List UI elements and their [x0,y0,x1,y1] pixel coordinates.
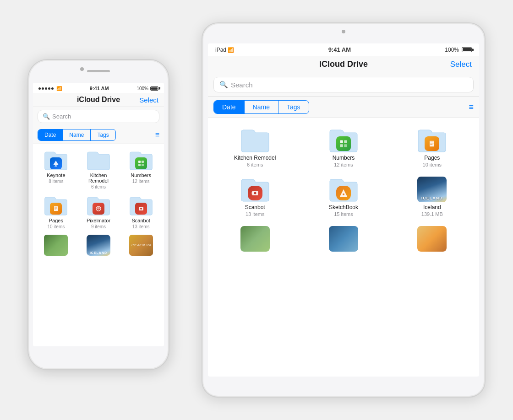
iphone-device: 📶 9:41 AM 100% iCloud Drive Select 🔍 Sea… [27,59,169,370]
list-item[interactable]: SketchBook 15 items [304,177,383,217]
signal-icon [51,87,54,90]
iphone-segment-date[interactable]: Date [38,129,62,140]
iphone-item-sub: 9 items [91,224,106,229]
iphone-camera-icon [80,67,84,71]
iphone-item-sub: 6 items [91,184,106,189]
ipad-nav-bar: iCloud Drive Select [208,56,479,73]
keynote-app-icon [50,157,62,169]
ipad-status-bar: iPad 📶 9:41 AM 100% [208,43,479,56]
iphone-item-name: Pixelmator [87,218,110,223]
ipad-search-bar: 🔍 Search [208,73,479,97]
photo-thumbnail-1 [240,226,270,252]
ipad-item-sub: 139.1 MB [421,211,443,217]
signal-icon [42,87,44,90]
signal-icon [38,87,41,90]
ipad-segment-group: Date Name Tags [213,100,309,114]
ipad-item-name: Pages [424,155,440,161]
ipad-status-carrier: iPad 📶 [215,47,234,53]
art-thumb-text: The Art of Tea [131,243,151,247]
ipad-segment-name[interactable]: Name [244,101,278,113]
iphone-speaker [87,70,110,72]
pages-app-icon [425,136,439,151]
ipad-item-sub: 15 items [334,211,353,217]
iceland-thumbnail: ICELAND [417,177,447,202]
ipad-status-time: 9:41 AM [328,46,351,53]
ipad-item-sub: 10 items [423,162,442,167]
svg-rect-15 [142,164,144,166]
iphone-page-title: iCloud Drive [77,96,120,104]
iphone-segment-tags[interactable]: Tags [90,129,115,140]
iphone-nav-bar: iCloud Drive Select [33,93,164,107]
wifi-icon: 📶 [228,47,234,53]
ipad-camera-icon [342,30,345,33]
ipad-item-name: SketchBook [329,204,358,210]
ipad-item-sub: 6 items [247,162,263,167]
iphone-item-sub: 12 items [132,179,150,184]
sketchbook-icon [338,188,349,198]
pixelmator-app-icon [93,203,104,215]
wifi-icon: 📶 [56,86,62,91]
list-item[interactable] [215,226,295,252]
svg-rect-2 [340,144,343,147]
ipad-segment-date[interactable]: Date [214,101,244,113]
list-item[interactable]: Pages 10 items [38,195,75,229]
iphone-file-grid: Keynote 8 items Kitchen Remodel 6 items [33,144,164,261]
photo-thumbnail-2 [329,226,358,252]
svg-rect-11 [55,166,57,167]
svg-point-5 [254,192,256,194]
iphone-status-battery: 100% [136,86,158,91]
ipad-segment-tags[interactable]: Tags [278,101,309,113]
signal-icon [48,87,50,90]
iphone-select-button[interactable]: Select [139,96,158,104]
keynote-icon [52,160,60,167]
list-item[interactable]: The Art of Tea [122,235,159,256]
pages-app-icon-sm [50,203,62,215]
list-view-icon[interactable]: ≡ [469,102,474,112]
iceland-text-sm: ICELAND [90,251,107,256]
iphone-item-name: Numbers [131,172,151,178]
pixelmator-icon [95,205,102,212]
list-item[interactable] [38,235,75,256]
list-item[interactable]: Scanbot 13 items [122,195,159,229]
ipad-select-button[interactable]: Select [450,60,472,69]
list-item[interactable]: Keynote 8 items [38,150,75,189]
iphone-item-sub: 10 items [47,224,65,229]
iphone-segment-name[interactable]: Name [62,129,90,140]
ipad-item-name: Iceland [423,204,441,210]
signal-icon [45,87,47,90]
scanbot-app-icon [248,186,262,200]
iphone-status-time: 9:41 AM [90,86,109,91]
search-icon: 🔍 [43,113,50,120]
ipad-segment-bar: Date Name Tags ≡ [208,97,479,118]
list-item[interactable] [304,226,383,252]
iphone-item-sub: 13 items [132,224,150,229]
list-item[interactable]: Kitchen Remodel 6 items [80,150,117,189]
photo-thumbnail-3 [417,226,447,252]
ipad-search-placeholder: Search [231,81,253,89]
art-thumbnail-sm: The Art of Tea [129,235,153,256]
numbers-icon [339,139,348,148]
iphone-search-input[interactable]: 🔍 Search [38,110,159,123]
svg-point-18 [140,208,142,210]
list-item[interactable]: Numbers 12 items [122,150,159,189]
list-item[interactable] [393,226,472,252]
list-item[interactable]: Kitchen Remodel 6 items [215,127,295,167]
scene: iPad 📶 9:41 AM 100% iCloud Drive Select … [27,22,486,398]
list-item[interactable]: ICELAND Iceland 139.1 MB [393,177,472,217]
list-item[interactable]: ICELAND [80,235,117,256]
list-item[interactable]: Pages 10 items [393,127,472,167]
list-item[interactable]: Pixelmator 9 items [80,195,117,229]
list-item[interactable]: Numbers 12 items [304,127,383,167]
battery-icon [462,47,472,52]
ipad-file-grid: Kitchen Remodel 6 items [208,118,479,261]
list-item[interactable]: Scanbot 13 items [215,177,295,217]
ipad-page-title: iCloud Drive [319,59,368,69]
ipad-search-input[interactable]: 🔍 Search [213,77,474,92]
svg-rect-1 [344,140,347,143]
svg-point-8 [343,194,344,195]
numbers-app-icon [336,136,351,151]
iphone-list-icon[interactable]: ≡ [155,131,159,139]
svg-rect-0 [340,140,343,143]
iphone-search-placeholder: Search [52,113,71,120]
scanbot-icon [137,205,145,212]
